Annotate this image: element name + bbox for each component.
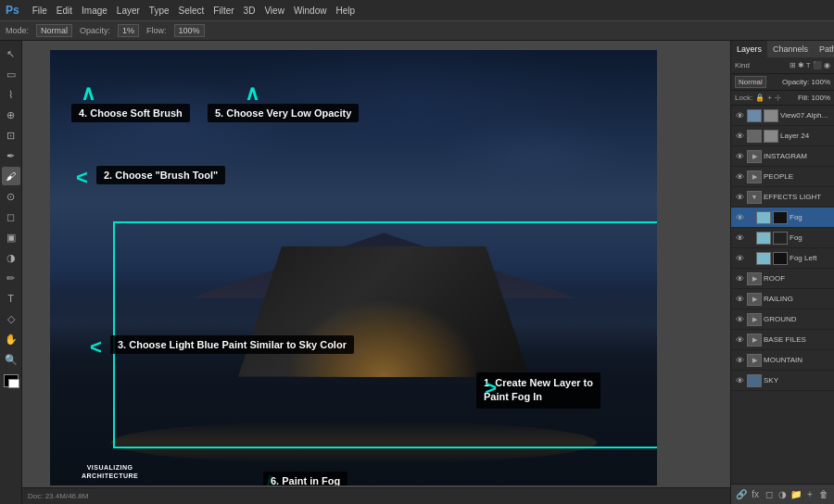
foreground-color[interactable] bbox=[4, 374, 19, 387]
zoom-tool[interactable]: 🔍 bbox=[2, 350, 20, 369]
layer-item-fog1[interactable]: 👁 Fog bbox=[731, 208, 834, 228]
add-mask-icon[interactable]: ◻ bbox=[762, 487, 776, 502]
tab-paths[interactable]: Paths bbox=[814, 41, 834, 57]
layer-name-fog2: Fog bbox=[790, 233, 831, 242]
annotation-step4-label: 4. Choose Soft Brush bbox=[71, 104, 190, 122]
layer-thumb-view07 bbox=[747, 109, 762, 122]
layer-visibility-view07[interactable]: 👁 bbox=[734, 110, 745, 121]
mode-value[interactable]: Normal bbox=[36, 24, 72, 37]
layer-item-fog-left[interactable]: 👁 Fog Left bbox=[731, 248, 834, 269]
shape-tool[interactable]: ◇ bbox=[2, 309, 20, 328]
layer-visibility-sky[interactable]: 👁 bbox=[734, 375, 745, 386]
layer-item-fog2[interactable]: 👁 Fog bbox=[731, 228, 834, 248]
dodge-tool[interactable]: ◑ bbox=[2, 248, 20, 267]
arrow-step3: < bbox=[90, 337, 102, 358]
move-tool[interactable]: ↖ bbox=[2, 44, 20, 63]
crop-tool[interactable]: ⊡ bbox=[2, 126, 20, 145]
layer-name-base: BASE FILES bbox=[764, 335, 831, 344]
text-tool[interactable]: T bbox=[2, 289, 20, 308]
menu-layer[interactable]: Layer bbox=[117, 6, 140, 16]
layer-mask-fog-left bbox=[773, 252, 788, 265]
layer-item-roof[interactable]: 👁 ▶ ROOF bbox=[731, 269, 834, 289]
layers-panel: Layers Channels Paths Kind ⊞ ✱ T ⬛ ◉ Nor… bbox=[731, 41, 834, 504]
fill-label[interactable]: Fill: 100% bbox=[798, 94, 830, 102]
layer-visibility-people[interactable]: 👁 bbox=[734, 171, 745, 183]
canvas-status-bar: Doc: 23.4M/46.8M bbox=[22, 487, 730, 504]
marquee-tool[interactable]: ▭ bbox=[2, 65, 20, 83]
layer-item-view07[interactable]: 👁 View07.Alpha.Material_ID bbox=[731, 106, 834, 126]
quick-select-tool[interactable]: ⊕ bbox=[2, 106, 20, 124]
menu-file[interactable]: File bbox=[32, 6, 47, 16]
move-lock-icon[interactable]: + bbox=[767, 94, 772, 102]
layer-name-sky: SKY bbox=[764, 376, 831, 384]
menu-select[interactable]: Select bbox=[179, 6, 205, 16]
menu-window[interactable]: Window bbox=[294, 6, 327, 16]
eraser-tool[interactable]: ◻ bbox=[2, 208, 20, 226]
layer-item-mountain[interactable]: 👁 ▶ MOUNTAIN bbox=[731, 350, 834, 371]
branding-line1: VISUALIZING bbox=[82, 463, 138, 472]
layer-visibility-mountain[interactable]: 👁 bbox=[734, 355, 745, 366]
lock-icon[interactable]: 🔒 bbox=[755, 94, 764, 102]
annotation-step6-label: 6. Paint in Fog bbox=[263, 472, 348, 485]
layer-item-sky[interactable]: 👁 SKY bbox=[731, 371, 834, 391]
layer-item-effects-light[interactable]: 👁 ▼ EFFECTS LIGHT bbox=[731, 187, 834, 208]
menu-type[interactable]: Type bbox=[149, 6, 170, 16]
water-reflection bbox=[111, 421, 597, 464]
layer-item-people[interactable]: 👁 ▶ PEOPLE bbox=[731, 167, 834, 187]
clone-tool[interactable]: ⊙ bbox=[2, 187, 20, 206]
opacity-value[interactable]: 1% bbox=[118, 24, 139, 37]
gradient-tool[interactable]: ▣ bbox=[2, 228, 20, 246]
menu-view[interactable]: View bbox=[264, 6, 284, 16]
menu-filter[interactable]: Filter bbox=[213, 6, 234, 16]
layer-visibility-instagram[interactable]: 👁 bbox=[734, 151, 745, 162]
pen-tool[interactable]: ✏ bbox=[2, 269, 20, 287]
menu-bar: Ps File Edit Image Layer Type Select Fil… bbox=[0, 0, 834, 20]
delete-layer-icon[interactable]: 🗑 bbox=[816, 487, 830, 502]
menu-image[interactable]: Image bbox=[82, 6, 107, 16]
layer-visibility-layer24[interactable]: 👁 bbox=[734, 131, 745, 142]
menu-help[interactable]: Help bbox=[335, 6, 355, 16]
flow-value[interactable]: 100% bbox=[174, 24, 205, 37]
folder-icon[interactable]: 📁 bbox=[790, 487, 803, 502]
layer-visibility-fog2[interactable]: 👁 bbox=[734, 233, 745, 244]
layer-visibility-railing[interactable]: 👁 bbox=[734, 294, 745, 305]
layer-thumb-mountain: ▶ bbox=[747, 354, 762, 367]
layer-visibility-roof[interactable]: 👁 bbox=[734, 273, 745, 284]
layer-thumb-railing: ▶ bbox=[747, 293, 762, 306]
layer-item-instagram[interactable]: 👁 ▶ INSTAGRAM bbox=[731, 146, 834, 167]
eyedropper-tool[interactable]: ✒ bbox=[2, 146, 20, 165]
layer-name-mountain: MOUNTAIN bbox=[764, 356, 831, 364]
lasso-tool[interactable]: ⌇ bbox=[2, 85, 20, 104]
menu-edit[interactable]: Edit bbox=[57, 6, 72, 16]
layer-visibility-effects[interactable]: 👁 bbox=[734, 192, 745, 203]
layer-mask-fog1 bbox=[773, 211, 788, 224]
arrow-step5: ∧ bbox=[245, 83, 259, 104]
layer-visibility-fog-left[interactable]: 👁 bbox=[734, 253, 745, 264]
layer-item-layer24[interactable]: 👁 Layer 24 bbox=[731, 126, 834, 146]
layer-item-railing[interactable]: 👁 ▶ RAILING bbox=[731, 289, 834, 309]
left-toolbar: ↖ ▭ ⌇ ⊕ ⊡ ✒ 🖌 ⊙ ◻ ▣ ◑ ✏ T ◇ ✋ 🔍 bbox=[0, 41, 22, 504]
tab-layers[interactable]: Layers bbox=[731, 41, 767, 57]
options-bar: Mode: Normal Opacity: 1% Flow: 100% bbox=[0, 20, 834, 41]
adjustment-icon[interactable]: ◑ bbox=[776, 487, 790, 502]
link-layers-icon[interactable]: 🔗 bbox=[735, 487, 749, 502]
pixel-lock-icon[interactable]: ⊹ bbox=[775, 94, 781, 102]
layer-visibility-base[interactable]: 👁 bbox=[734, 334, 745, 346]
fx-icon[interactable]: fx bbox=[749, 487, 763, 502]
menu-3d[interactable]: 3D bbox=[244, 6, 256, 16]
layer-thumb-base: ▶ bbox=[747, 334, 762, 346]
hand-tool[interactable]: ✋ bbox=[2, 330, 20, 348]
new-layer-icon[interactable]: + bbox=[803, 487, 817, 502]
layer-item-ground[interactable]: 👁 ▶ GROUND bbox=[731, 309, 834, 330]
blend-mode-select[interactable]: Normal bbox=[735, 76, 766, 88]
layer-visibility-ground[interactable]: 👁 bbox=[734, 314, 745, 325]
layer-thumb-people: ▶ bbox=[747, 170, 762, 183]
layer-visibility-fog1[interactable]: 👁 bbox=[734, 212, 745, 223]
layer-thumb-instagram: ▶ bbox=[747, 150, 762, 163]
tab-channels[interactable]: Channels bbox=[767, 41, 814, 57]
ps-canvas: 4. Choose Soft Brush ∧ 5. Choose Very Lo… bbox=[50, 50, 657, 485]
layer-mask-view07 bbox=[764, 109, 778, 122]
brush-tool[interactable]: 🖌 bbox=[2, 167, 20, 185]
layer-item-base-files[interactable]: 👁 ▶ BASE FILES bbox=[731, 330, 834, 350]
layers-list: 👁 View07.Alpha.Material_ID 👁 Layer 24 👁 … bbox=[731, 106, 834, 484]
